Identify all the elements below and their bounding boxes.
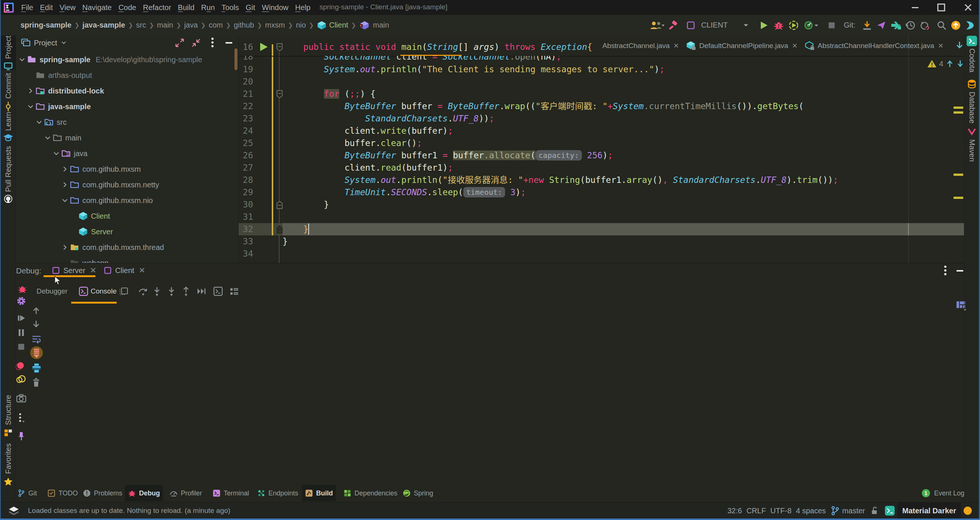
hide-icon[interactable] (955, 265, 965, 277)
indent-widget[interactable]: 4 spaces (794, 507, 828, 515)
tree-row-server[interactable]: Server (16, 224, 238, 239)
chevron-down-icon[interactable] (27, 102, 35, 111)
tree-row-arthas-output[interactable]: arthas-output (16, 67, 238, 83)
toolwindow-button-problems[interactable]: Problems (81, 485, 124, 501)
ide-update-icon[interactable] (949, 17, 963, 33)
chevron-down-icon[interactable] (18, 55, 26, 64)
project-title[interactable]: Project (21, 35, 67, 50)
breadcrumb-java-sample[interactable]: java-sample (83, 21, 125, 29)
collapse-all-icon[interactable] (191, 37, 202, 48)
stripe-button-favorites[interactable]: Favorites (1, 443, 16, 482)
tab-close-icon[interactable]: ✕ (674, 42, 679, 50)
caret-position-widget[interactable]: 32:6 (725, 507, 744, 515)
tree-row-main[interactable]: main (16, 130, 238, 146)
codota-icon[interactable] (963, 17, 975, 33)
breadcrumb-java[interactable]: java (184, 21, 198, 29)
toolwindow-button-terminal[interactable]: Terminal (210, 485, 251, 501)
run-to-cursor-icon[interactable] (196, 286, 207, 296)
menu-git[interactable]: Git (242, 0, 259, 15)
chevron-right-icon[interactable] (61, 165, 69, 173)
toolwindow-button-endpoints[interactable]: Endpoints (255, 485, 301, 501)
tree-row-webapp[interactable]: webapp (16, 255, 238, 263)
record-icon[interactable] (15, 361, 25, 371)
menu-window[interactable]: Window (259, 0, 292, 15)
chevron-right-icon[interactable] (27, 87, 35, 95)
fold-marker-start[interactable] (276, 43, 283, 52)
drop-frame-icon[interactable] (29, 345, 44, 360)
encoding-widget[interactable]: UTF-8 (768, 507, 794, 515)
history-icon[interactable] (903, 17, 917, 33)
menu-build[interactable]: Build (175, 0, 197, 15)
menu-code[interactable]: Code (115, 0, 140, 15)
readonly-toggle[interactable] (867, 506, 882, 515)
camera-icon[interactable] (16, 393, 27, 403)
chevron-down-icon[interactable] (52, 149, 60, 158)
pause-icon[interactable] (16, 328, 27, 338)
codota-status-icon[interactable] (882, 506, 897, 515)
debug-icon[interactable] (771, 17, 786, 33)
breadcrumb-Client[interactable]: Client (329, 21, 348, 29)
menu-tools[interactable]: Tools (218, 0, 242, 15)
notifications-icon[interactable] (961, 506, 975, 515)
stripe-warning-mark[interactable] (953, 174, 963, 176)
toolwindow-button-debug[interactable]: Debug (125, 485, 163, 501)
menu-navigate[interactable]: Navigate (79, 0, 115, 15)
editor-tab-DefaultChannelPipeline-java[interactable]: DefaultChannelPipeline.java✕ (686, 35, 798, 56)
menu-run[interactable]: Run (198, 0, 218, 15)
up-stack-icon[interactable] (31, 306, 41, 315)
chevron-right-icon[interactable] (61, 181, 69, 189)
tree-row-src[interactable]: src (16, 114, 238, 130)
background-tasks-icon[interactable] (8, 506, 19, 516)
breakpoints-circle-icon[interactable] (16, 374, 27, 384)
toolwindow-button-dependencies[interactable]: Dependencies (341, 485, 399, 501)
stop-icon[interactable] (16, 342, 27, 351)
build-hammer-icon[interactable] (665, 17, 680, 33)
tree-row-java-sample[interactable]: java-sample (16, 99, 238, 114)
close-button[interactable] (956, 0, 980, 15)
tab-close-icon[interactable]: ✕ (938, 42, 943, 50)
run-config-selector[interactable]: CLIENT (697, 17, 738, 33)
breadcrumb-src[interactable]: src (136, 21, 146, 29)
toolwindow-button-spring[interactable]: Spring (400, 485, 435, 501)
stripe-warning-mark[interactable] (953, 106, 963, 109)
stripe-button-database[interactable]: Database (964, 79, 979, 118)
update-project-icon[interactable] (860, 17, 874, 33)
tab-close-icon[interactable]: ✕ (792, 42, 797, 50)
breadcrumb-nio[interactable]: nio (296, 21, 306, 29)
chevron-down-icon[interactable] (44, 134, 52, 142)
hide-icon[interactable] (223, 37, 234, 48)
tree-row-com-github-mxsm-nio[interactable]: com.github.mxsm.nio (16, 193, 238, 208)
theme-widget[interactable]: Material Darker (897, 503, 961, 519)
menu-edit[interactable]: Edit (37, 0, 56, 15)
layout-settings-icon[interactable] (955, 300, 967, 311)
show-execution-point-icon[interactable] (119, 286, 129, 296)
menu-file[interactable]: File (18, 0, 37, 15)
tree-row-com-github-mxsm[interactable]: com.github.mxsm (16, 161, 238, 177)
git-branch-widget[interactable]: master (828, 506, 867, 516)
minimize-button[interactable] (904, 0, 927, 15)
run-config-chevron-icon[interactable] (738, 17, 753, 33)
search-everywhere-icon[interactable] (934, 17, 949, 33)
tree-row-client[interactable]: Client (16, 208, 238, 224)
run-line-icon[interactable] (259, 42, 268, 52)
stripe-button-structure[interactable]: Structure (1, 395, 16, 436)
fold-marker-start[interactable] (276, 90, 283, 99)
settings-gear-icon[interactable] (16, 296, 27, 306)
stripe-button-learn[interactable]: Learn (1, 112, 16, 138)
stripe-warning-mark[interactable] (953, 197, 963, 199)
delete-icon[interactable] (31, 377, 41, 387)
chevron-down-icon[interactable] (61, 196, 69, 205)
breadcrumb-com[interactable]: com (209, 21, 223, 29)
breadcrumb-mxsm[interactable]: mxsm (265, 21, 285, 29)
maximize-button[interactable] (930, 0, 953, 15)
breadcrumb-main[interactable]: main (373, 21, 389, 29)
menu-help[interactable]: Help (292, 0, 314, 15)
stripe-button-codota[interactable]: Codota (964, 36, 979, 75)
tree-row-java[interactable]: java (16, 146, 238, 161)
down-stack-icon[interactable] (31, 319, 41, 329)
tree-row-distributed-lock[interactable]: distributed-lock (16, 83, 238, 99)
show-as-list-icon[interactable] (229, 286, 239, 296)
fold-marker-end[interactable] (276, 200, 283, 209)
line-ending-widget[interactable]: CRLF (744, 507, 768, 515)
options-ellipsis-icon[interactable] (943, 265, 948, 277)
